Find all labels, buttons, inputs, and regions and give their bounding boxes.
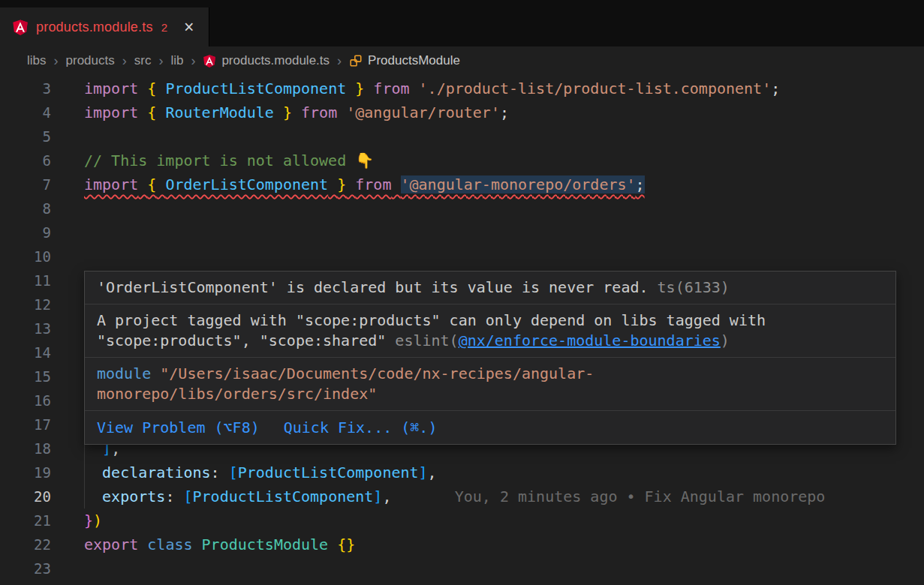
hover-text: monorepo/libs/orders/src/index" xyxy=(97,385,377,403)
code-line-21[interactable]: 21}) xyxy=(0,508,924,532)
code-line-3[interactable]: 3import { ProductListComponent } from '.… xyxy=(0,76,924,100)
line-content: }) xyxy=(84,508,102,532)
quick-fix-link[interactable]: Quick Fix... (⌘.) xyxy=(284,418,438,437)
code-token: OrderListComponent xyxy=(165,176,328,194)
view-problem-link[interactable]: View Problem (⌥F8) xyxy=(97,418,260,437)
breadcrumb-separator: › xyxy=(122,53,127,69)
breadcrumb-item-src[interactable]: src xyxy=(134,53,152,68)
breadcrumb-separator: › xyxy=(191,53,195,69)
code-line-4[interactable]: 4import { RouterModule } from '@angular/… xyxy=(0,100,924,124)
line-number: 12 xyxy=(0,292,51,316)
hover-message-line: module "/Users/isaac/Documents/code/nx-r… xyxy=(97,364,883,384)
code-token: export xyxy=(84,536,138,554)
hover-message-line: A project tagged with "scope:products" c… xyxy=(97,310,883,331)
code-token: './product-list/product-list.component' xyxy=(419,80,772,98)
code-line-19[interactable]: 19declarations: [ProductListComponent], xyxy=(0,460,924,484)
code-token: import xyxy=(84,104,138,122)
breadcrumb-item-symbol[interactable]: ProductsModule xyxy=(349,53,460,68)
code-token: ] xyxy=(419,464,428,482)
line-content: import { OrderListComponent } from '@ang… xyxy=(84,172,645,196)
nx-rule-link[interactable]: @nx/enforce-module-boundaries xyxy=(459,332,721,350)
angular-icon xyxy=(12,19,29,35)
code-token xyxy=(274,104,283,122)
code-editor[interactable]: 3import { ProductListComponent } from '.… xyxy=(0,75,924,585)
code-token: // This import is not allowed xyxy=(84,152,355,170)
tab-products-module[interactable]: products.module.ts 2 × xyxy=(0,8,209,46)
code-token: ProductsModule xyxy=(202,536,329,554)
breadcrumb-symbol-label: ProductsModule xyxy=(368,53,460,68)
code-token xyxy=(328,176,337,194)
code-token: import xyxy=(84,176,138,194)
hover-message-section: module "/Users/isaac/Documents/code/nx-r… xyxy=(85,357,895,410)
line-number: 10 xyxy=(0,244,51,268)
tab-close-button[interactable]: × xyxy=(184,19,194,36)
code-token: ProductListComponent xyxy=(193,488,374,506)
code-token xyxy=(156,104,165,122)
breadcrumb-separator: › xyxy=(337,53,342,69)
code-token: from xyxy=(355,176,391,194)
breadcrumb-item-file[interactable]: products.module.ts xyxy=(203,53,330,68)
line-content: // This import is not allowed 👇 xyxy=(84,148,374,172)
code-token: } xyxy=(283,104,292,122)
hover-actions: View Problem (⌥F8) Quick Fix... (⌘.) xyxy=(85,410,895,444)
code-token: ProductListComponent xyxy=(238,464,419,482)
code-token: { xyxy=(147,176,156,194)
line-number: 19 xyxy=(0,460,51,484)
code-line-9[interactable]: 9 xyxy=(0,220,924,244)
breadcrumb: libs › products › src › lib › products.m… xyxy=(0,46,924,75)
class-symbol-icon xyxy=(349,54,363,68)
breadcrumb-item-libs[interactable]: libs xyxy=(27,53,47,68)
tab-problems-badge: 2 xyxy=(161,21,167,34)
code-token xyxy=(156,80,165,98)
code-token xyxy=(346,80,355,98)
line-number: 6 xyxy=(0,148,51,172)
code-line-20[interactable]: 20exports: [ProductListComponent],You, 2… xyxy=(0,484,924,508)
code-line-8[interactable]: 8 xyxy=(0,196,924,220)
code-token xyxy=(193,536,202,554)
hover-text: 'OrderListComponent' is declared but its… xyxy=(97,278,649,296)
breadcrumb-item-products[interactable]: products xyxy=(66,53,115,68)
code-line-6[interactable]: 6// This import is not allowed 👇 xyxy=(0,148,924,172)
indent-guide xyxy=(84,460,102,484)
breadcrumb-item-lib[interactable]: lib xyxy=(170,53,183,68)
hover-text: eslint( xyxy=(395,332,458,350)
line-number: 15 xyxy=(0,364,51,388)
code-token: } xyxy=(337,176,346,194)
hover-message-section: A project tagged with "scope:products" c… xyxy=(85,304,895,357)
hover-text: ) xyxy=(721,332,730,350)
line-number: 4 xyxy=(0,100,51,124)
code-line-22[interactable]: 22export class ProductsModule {} xyxy=(0,532,924,556)
code-line-5[interactable]: 5 xyxy=(0,124,924,148)
code-token xyxy=(328,536,337,554)
code-token xyxy=(138,176,147,194)
line-content: import { RouterModule } from '@angular/r… xyxy=(84,100,509,124)
hover-message-line: 'OrderListComponent' is declared but its… xyxy=(97,278,883,298)
line-number: 9 xyxy=(0,220,51,244)
line-number: 5 xyxy=(0,124,51,148)
breadcrumb-separator: › xyxy=(158,53,163,69)
hover-text: "/Users/isaac/Documents/code/nx-recipes/… xyxy=(151,364,594,382)
code-token: '@angular/router' xyxy=(346,104,500,122)
code-line-23[interactable]: 23 xyxy=(0,556,924,580)
line-number: 17 xyxy=(0,412,51,436)
code-token: from xyxy=(373,80,409,98)
line-content: exports: [ProductListComponent], xyxy=(84,484,391,508)
line-number: 11 xyxy=(0,268,51,292)
code-token xyxy=(138,104,147,122)
git-blame-annotation: You, 2 minutes ago • Fix Angular monorep… xyxy=(455,484,826,508)
code-token xyxy=(138,536,147,554)
line-number: 18 xyxy=(0,436,51,460)
hover-widget: 'OrderListComponent' is declared but its… xyxy=(84,271,896,445)
code-line-7[interactable]: 7import { OrderListComponent } from '@an… xyxy=(0,172,924,196)
line-content: export class ProductsModule {} xyxy=(84,532,355,556)
code-line-10[interactable]: 10 xyxy=(0,244,924,268)
code-token: } xyxy=(355,80,364,98)
code-token: , xyxy=(428,464,437,482)
code-token xyxy=(337,104,346,122)
code-token xyxy=(138,80,147,98)
code-token: ; xyxy=(636,176,645,194)
code-token: { xyxy=(147,104,156,122)
code-token: } xyxy=(84,512,93,530)
hover-text: module xyxy=(97,364,151,382)
line-number: 16 xyxy=(0,388,51,412)
